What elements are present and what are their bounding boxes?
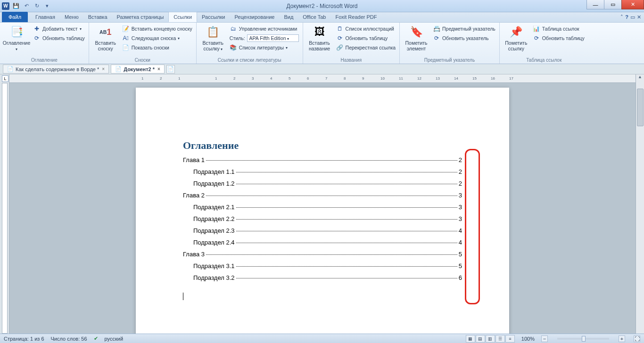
vertical-ruler[interactable] bbox=[2, 83, 8, 334]
toc-entry-7[interactable]: Подраздел 2.44 bbox=[183, 239, 462, 246]
citation-icon: 📋 bbox=[206, 24, 221, 40]
citation-style-dropdown[interactable]: Стиль: APA Fifth Edition bbox=[229, 34, 300, 42]
crossref-icon: 🔗 bbox=[336, 44, 344, 51]
toc-entry-10[interactable]: Подраздел 3.26 bbox=[183, 274, 462, 281]
toc-entry-9[interactable]: Подраздел 3.15 bbox=[183, 262, 462, 270]
biblio-icon: 📚 bbox=[230, 44, 237, 51]
close-tab-icon[interactable]: × bbox=[157, 66, 160, 72]
new-document-button[interactable]: 📄 bbox=[166, 65, 175, 74]
zoom-out-button[interactable]: − bbox=[541, 335, 548, 342]
toc-entry-2[interactable]: Подраздел 1.22 bbox=[183, 180, 462, 187]
refresh-icon: ⟳ bbox=[433, 34, 440, 42]
insert-index-button[interactable]: 📇Предметный указатель bbox=[432, 24, 496, 33]
vertical-scrollbar[interactable]: ▲ bbox=[636, 74, 644, 334]
group-label-toa: Таблица ссылок bbox=[503, 57, 586, 64]
bibliography-button[interactable]: 📚Список литературы bbox=[229, 43, 300, 52]
next-icon: A͛ bbox=[122, 34, 130, 42]
ribbon-tab-4[interactable]: Ссылки bbox=[168, 12, 197, 22]
list-icon: 🗒 bbox=[336, 25, 344, 33]
ribbon-minimize-icon[interactable]: ˄ bbox=[620, 14, 623, 20]
ribbon-tab-0[interactable]: Главная bbox=[31, 12, 60, 22]
update-toc-button[interactable]: ⟳Обновить таблицу bbox=[32, 34, 86, 42]
tab-selector[interactable]: L bbox=[2, 75, 8, 82]
update-figures-button[interactable]: ⟳Обновить таблицу bbox=[335, 34, 396, 42]
close-tab-icon[interactable]: × bbox=[102, 66, 105, 72]
toc-entry-8[interactable]: Глава 35 bbox=[183, 251, 462, 258]
scrollbar-thumb[interactable] bbox=[637, 89, 644, 126]
document-canvas[interactable]: Оглавление Глава 12Подраздел 1.12Подразд… bbox=[9, 83, 636, 334]
group-label-captions: Названия bbox=[306, 57, 396, 64]
group-label-footnotes: Сноски bbox=[92, 57, 193, 64]
mark-index-entry-button[interactable]: 🔖 Пометить элемент bbox=[403, 24, 430, 51]
zoom-in-button[interactable]: + bbox=[619, 335, 625, 342]
status-language[interactable]: русский bbox=[105, 336, 123, 342]
ribbon-tab-7[interactable]: Вид bbox=[279, 12, 298, 22]
manage-sources-button[interactable]: 🗂Управление источниками bbox=[229, 24, 300, 33]
toc-button[interactable]: 📑 Оглавление bbox=[3, 24, 30, 52]
refresh-icon: ⟳ bbox=[336, 34, 344, 42]
help-icon[interactable]: ? bbox=[625, 14, 628, 20]
close-button[interactable]: ✕ bbox=[621, 0, 644, 9]
endnote-icon: 📝 bbox=[122, 25, 130, 33]
ribbon-tab-3[interactable]: Разметка страницы bbox=[112, 12, 169, 22]
ribbon-tab-2[interactable]: Вставка bbox=[83, 12, 112, 22]
toc-title[interactable]: Оглавление bbox=[183, 139, 462, 152]
qat-save-button[interactable]: 💾 bbox=[11, 1, 21, 11]
show-footnotes-button[interactable]: 📄Показать сноски bbox=[121, 43, 193, 52]
page[interactable]: Оглавление Глава 12Подраздел 1.12Подразд… bbox=[136, 88, 509, 334]
ribbon-tab-9[interactable]: Foxit Reader PDF bbox=[330, 12, 381, 22]
update-toa-button[interactable]: ⟳Обновить таблицу bbox=[532, 34, 586, 42]
qat-customize-button[interactable]: ▾ bbox=[42, 1, 52, 11]
cross-reference-button[interactable]: 🔗Перекрестная ссылка bbox=[335, 43, 396, 52]
show-icon: 📄 bbox=[122, 44, 130, 51]
status-proofing-icon[interactable]: ✔ bbox=[94, 335, 98, 342]
status-word-count[interactable]: Число слов: 56 bbox=[51, 336, 87, 342]
manage-icon: 🗂 bbox=[230, 25, 237, 33]
mark-citation-button[interactable]: 📌 Пометить ссылку bbox=[503, 24, 530, 51]
view-print-layout-icon[interactable]: ▦ bbox=[466, 335, 475, 343]
insert-citation-button[interactable]: 📋 Вставить ссылку bbox=[199, 24, 227, 51]
toc-entry-1[interactable]: Подраздел 1.12 bbox=[183, 168, 462, 175]
update-index-button[interactable]: ⟳Обновить указатель bbox=[432, 34, 496, 42]
maximize-button[interactable]: ▭ bbox=[604, 0, 622, 9]
zoom-fit-button[interactable]: ⛶ bbox=[634, 335, 640, 342]
view-web-icon[interactable]: ▥ bbox=[486, 335, 495, 343]
view-outline-icon[interactable]: ☰ bbox=[495, 335, 505, 343]
insert-endnote-button[interactable]: 📝Вставить концевую сноску bbox=[121, 24, 193, 33]
document-tab-0[interactable]: 📄Как сделать содержание в Ворде *× bbox=[3, 65, 109, 74]
next-footnote-button[interactable]: A͛Следующая сноска bbox=[121, 34, 193, 42]
toc-entry-5[interactable]: Подраздел 2.23 bbox=[183, 215, 462, 222]
toc-entry-0[interactable]: Глава 12 bbox=[183, 156, 462, 163]
toa-icon: 📊 bbox=[533, 25, 540, 33]
toc-entry-4[interactable]: Подраздел 2.13 bbox=[183, 204, 462, 211]
toc-entry-6[interactable]: Подраздел 2.34 bbox=[183, 227, 462, 234]
insert-footnote-button[interactable]: AB1 Вставить сноску bbox=[92, 24, 119, 51]
view-mode-buttons[interactable]: ▦ ▤ ▥ ☰ ≡ bbox=[466, 335, 515, 343]
insert-caption-button[interactable]: 🖼 Вставить название bbox=[306, 24, 333, 51]
zoom-slider[interactable] bbox=[557, 338, 609, 340]
zoom-percent[interactable]: 100% bbox=[521, 336, 535, 342]
minimize-button[interactable]: — bbox=[586, 0, 604, 9]
toc-entry-3[interactable]: Глава 23 bbox=[183, 192, 462, 199]
file-tab[interactable]: Файл bbox=[2, 12, 28, 22]
word-app-icon: W bbox=[2, 2, 9, 10]
restore-window-icon[interactable]: ▭ bbox=[630, 14, 635, 20]
table-of-authorities-button[interactable]: 📊Таблица ссылок bbox=[532, 24, 586, 33]
view-draft-icon[interactable]: ≡ bbox=[505, 335, 515, 343]
horizontal-ruler[interactable]: 1211234567891011121314151617 bbox=[9, 74, 644, 83]
footnote-icon: AB1 bbox=[98, 24, 113, 40]
ribbon-tab-8[interactable]: Office Tab bbox=[298, 12, 330, 22]
view-reading-icon[interactable]: ▤ bbox=[476, 335, 485, 343]
close-doc-icon[interactable]: ✕ bbox=[637, 14, 641, 20]
qat-redo-button[interactable]: ↻ bbox=[32, 1, 41, 11]
ribbon-tab-5[interactable]: Рассылки bbox=[197, 12, 230, 22]
qat-undo-button[interactable]: ↶ bbox=[22, 1, 31, 11]
add-text-button[interactable]: ✚Добавить текст bbox=[32, 24, 86, 33]
status-page[interactable]: Страница: 1 из 6 bbox=[4, 336, 44, 342]
ribbon-tab-6[interactable]: Рецензирование bbox=[230, 12, 279, 22]
document-tab-1[interactable]: 📄Документ2 *× bbox=[111, 65, 165, 74]
list-of-figures-button[interactable]: 🗒Список иллюстраций bbox=[335, 24, 396, 33]
ribbon-tab-1[interactable]: Меню bbox=[60, 12, 83, 22]
caption-icon: 🖼 bbox=[312, 24, 327, 40]
zoom-slider-knob[interactable] bbox=[582, 336, 586, 342]
